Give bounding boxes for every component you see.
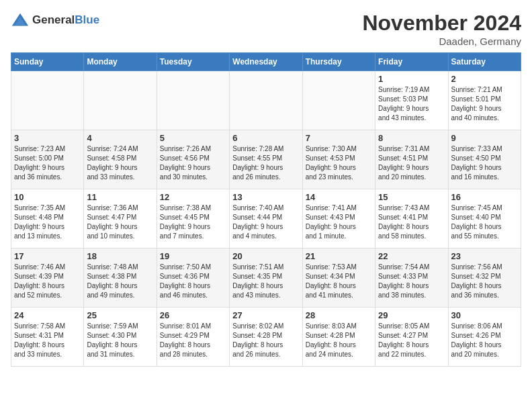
calendar-cell [84,71,157,130]
calendar-cell: 24Sunrise: 7:58 AM Sunset: 4:31 PM Dayli… [11,308,84,367]
day-info: Sunrise: 7:48 AM Sunset: 4:38 PM Dayligh… [87,263,153,300]
day-number: 9 [451,133,518,143]
day-info: Sunrise: 7:31 AM Sunset: 4:51 PM Dayligh… [378,144,445,182]
calendar-cell: 17Sunrise: 7:46 AM Sunset: 4:39 PM Dayli… [11,248,84,308]
day-info: Sunrise: 7:46 AM Sunset: 4:39 PM Dayligh… [14,263,81,300]
calendar-cell: 19Sunrise: 7:50 AM Sunset: 4:36 PM Dayli… [157,248,229,308]
calendar-cell: 15Sunrise: 7:43 AM Sunset: 4:41 PM Dayli… [375,189,448,248]
calendar-cell: 8Sunrise: 7:31 AM Sunset: 4:51 PM Daylig… [375,130,448,189]
calendar-week-row: 1Sunrise: 7:19 AM Sunset: 5:03 PM Daylig… [11,71,521,130]
day-number: 2 [451,74,518,84]
day-info: Sunrise: 7:24 AM Sunset: 4:58 PM Dayligh… [87,144,153,182]
day-info: Sunrise: 7:30 AM Sunset: 4:53 PM Dayligh… [306,144,372,182]
day-number: 1 [378,74,445,84]
day-info: Sunrise: 7:41 AM Sunset: 4:43 PM Dayligh… [306,203,372,241]
calendar-week-row: 10Sunrise: 7:35 AM Sunset: 4:48 PM Dayli… [11,189,521,248]
day-number: 14 [306,192,372,202]
day-info: Sunrise: 8:05 AM Sunset: 4:27 PM Dayligh… [378,322,445,359]
day-number: 5 [160,133,226,143]
day-number: 3 [14,133,81,143]
day-number: 19 [160,251,226,261]
day-number: 21 [306,251,372,261]
day-number: 30 [451,310,518,320]
calendar-week-row: 3Sunrise: 7:23 AM Sunset: 5:00 PM Daylig… [11,130,521,189]
calendar-cell: 23Sunrise: 7:56 AM Sunset: 4:32 PM Dayli… [448,248,521,308]
day-number: 11 [87,192,153,202]
calendar-cell: 30Sunrise: 8:06 AM Sunset: 4:26 PM Dayli… [448,308,521,367]
day-info: Sunrise: 7:50 AM Sunset: 4:36 PM Dayligh… [160,263,226,300]
location: Daaden, Germany [362,36,521,47]
weekday-header: Wednesday [230,53,302,71]
day-info: Sunrise: 7:38 AM Sunset: 4:45 PM Dayligh… [160,203,226,241]
calendar-cell [230,71,302,130]
calendar-cell: 29Sunrise: 8:05 AM Sunset: 4:27 PM Dayli… [375,308,448,367]
day-number: 20 [232,251,299,261]
day-number: 22 [378,251,445,261]
day-number: 23 [451,251,518,261]
day-info: Sunrise: 8:06 AM Sunset: 4:26 PM Dayligh… [451,322,518,359]
day-info: Sunrise: 7:40 AM Sunset: 4:44 PM Dayligh… [232,203,299,241]
month-title: November 2024 [362,11,521,36]
day-number: 4 [87,133,153,143]
day-number: 29 [378,310,445,320]
day-number: 18 [87,251,153,261]
day-info: Sunrise: 7:23 AM Sunset: 5:00 PM Dayligh… [14,144,81,182]
day-number: 17 [14,251,81,261]
logo: GeneralBlue [11,11,99,30]
day-number: 6 [232,133,299,143]
calendar-cell: 6Sunrise: 7:28 AM Sunset: 4:55 PM Daylig… [230,130,302,189]
day-number: 16 [451,192,518,202]
day-number: 27 [232,310,299,320]
day-info: Sunrise: 7:21 AM Sunset: 5:01 PM Dayligh… [451,85,518,123]
calendar-cell: 7Sunrise: 7:30 AM Sunset: 4:53 PM Daylig… [302,130,375,189]
calendar-cell: 11Sunrise: 7:36 AM Sunset: 4:47 PM Dayli… [84,189,157,248]
calendar-cell: 14Sunrise: 7:41 AM Sunset: 4:43 PM Dayli… [302,189,375,248]
day-info: Sunrise: 7:53 AM Sunset: 4:34 PM Dayligh… [306,263,372,300]
calendar-cell [302,71,375,130]
calendar-cell: 25Sunrise: 7:59 AM Sunset: 4:30 PM Dayli… [84,308,157,367]
day-number: 13 [232,192,299,202]
day-info: Sunrise: 7:51 AM Sunset: 4:35 PM Dayligh… [232,263,299,300]
title-block: November 2024 Daaden, Germany [362,11,521,47]
logo-blue: Blue [75,13,99,26]
calendar-cell: 18Sunrise: 7:48 AM Sunset: 4:38 PM Dayli… [84,248,157,308]
page-header: GeneralBlue November 2024 Daaden, German… [11,11,521,47]
calendar-cell [11,71,84,130]
calendar-cell: 26Sunrise: 8:01 AM Sunset: 4:29 PM Dayli… [157,308,229,367]
calendar-cell: 16Sunrise: 7:45 AM Sunset: 4:40 PM Dayli… [448,189,521,248]
weekday-header: Thursday [302,53,375,71]
calendar-cell: 3Sunrise: 7:23 AM Sunset: 5:00 PM Daylig… [11,130,84,189]
day-info: Sunrise: 7:59 AM Sunset: 4:30 PM Dayligh… [87,322,153,359]
day-info: Sunrise: 7:35 AM Sunset: 4:48 PM Dayligh… [14,203,81,241]
day-info: Sunrise: 7:36 AM Sunset: 4:47 PM Dayligh… [87,203,153,241]
calendar-cell: 21Sunrise: 7:53 AM Sunset: 4:34 PM Dayli… [302,248,375,308]
day-info: Sunrise: 7:28 AM Sunset: 4:55 PM Dayligh… [232,144,299,182]
day-number: 12 [160,192,226,202]
calendar-cell: 12Sunrise: 7:38 AM Sunset: 4:45 PM Dayli… [157,189,229,248]
day-info: Sunrise: 7:56 AM Sunset: 4:32 PM Dayligh… [451,263,518,300]
calendar-week-row: 17Sunrise: 7:46 AM Sunset: 4:39 PM Dayli… [11,248,521,308]
calendar-cell: 4Sunrise: 7:24 AM Sunset: 4:58 PM Daylig… [84,130,157,189]
calendar-cell: 22Sunrise: 7:54 AM Sunset: 4:33 PM Dayli… [375,248,448,308]
weekday-header: Monday [84,53,157,71]
day-info: Sunrise: 7:26 AM Sunset: 4:56 PM Dayligh… [160,144,226,182]
logo-general: General [32,13,75,26]
calendar-week-row: 24Sunrise: 7:58 AM Sunset: 4:31 PM Dayli… [11,308,521,367]
day-number: 15 [378,192,445,202]
calendar-cell: 10Sunrise: 7:35 AM Sunset: 4:48 PM Dayli… [11,189,84,248]
calendar-table: SundayMondayTuesdayWednesdayThursdayFrid… [11,52,521,367]
calendar-cell: 27Sunrise: 8:02 AM Sunset: 4:28 PM Dayli… [230,308,302,367]
day-info: Sunrise: 8:03 AM Sunset: 4:28 PM Dayligh… [306,322,372,359]
calendar-cell: 2Sunrise: 7:21 AM Sunset: 5:01 PM Daylig… [448,71,521,130]
day-number: 28 [306,310,372,320]
calendar-cell [157,71,229,130]
calendar-cell: 1Sunrise: 7:19 AM Sunset: 5:03 PM Daylig… [375,71,448,130]
day-info: Sunrise: 7:58 AM Sunset: 4:31 PM Dayligh… [14,322,81,359]
weekday-header: Friday [375,53,448,71]
logo-icon [11,11,30,30]
day-number: 25 [87,310,153,320]
day-info: Sunrise: 7:43 AM Sunset: 4:41 PM Dayligh… [378,203,445,241]
calendar-cell: 5Sunrise: 7:26 AM Sunset: 4:56 PM Daylig… [157,130,229,189]
day-number: 10 [14,192,81,202]
day-info: Sunrise: 7:19 AM Sunset: 5:03 PM Dayligh… [378,85,445,123]
